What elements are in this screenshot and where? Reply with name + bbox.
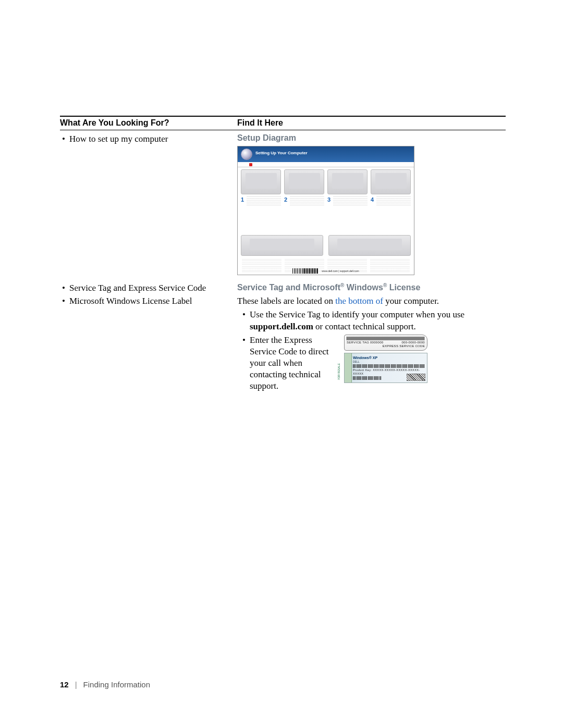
list-item: How to set up my computer (60, 133, 237, 145)
row2-right-bullets: Use the Service Tag to identify your com… (237, 309, 506, 392)
laptop-icon (371, 169, 411, 194)
row2-bullets: Service Tag and Express Service Code Mic… (60, 282, 237, 307)
service-tag-text: SERVICE TAG 0000000 (347, 341, 383, 345)
barcode-icon (292, 268, 319, 274)
row1-right: Setup Diagram Setting Up Your Computer 1 (237, 133, 506, 275)
row2-left: Service Tag and Express Service Code Mic… (60, 282, 237, 394)
laptop-open-icon (328, 235, 411, 256)
step-text-placeholder (333, 196, 368, 206)
row2-right: Service Tag and Microsoft® Windows® Lice… (237, 282, 506, 394)
service-tag-label: SERVICE TAG 0000000 000-0000-0000 EXPRES… (344, 335, 427, 351)
footer-divider: | (75, 680, 77, 689)
labels-location-text: These labels are located on the bottom o… (237, 295, 506, 307)
service-tag-heading: Service Tag and Microsoft® Windows® Lice… (237, 282, 506, 292)
barcode-icon (347, 337, 425, 340)
diagram-lower (238, 235, 414, 258)
list-item: Enter the Express Service Code to direct… (237, 335, 506, 392)
header-right: Find It Here (237, 118, 506, 128)
laptop-icon (241, 169, 281, 194)
step-number: 3 (327, 196, 332, 203)
diagram-caution-bar (238, 162, 414, 167)
rule-top (60, 116, 506, 117)
setup-diagram-heading: Setup Diagram (237, 133, 506, 143)
step-text-placeholder (290, 196, 324, 206)
labels-illustration: SERVICE TAG 0000000 000-0000-0000 EXPRES… (344, 335, 427, 384)
step-number: 4 (371, 196, 375, 203)
page-footer: 12 | Finding Information (60, 680, 150, 689)
header-left: What Are You Looking For? (60, 118, 237, 128)
laptop-icon (284, 169, 324, 194)
dell-logo-icon (241, 149, 252, 160)
list-item: Service Tag and Express Service Code (60, 282, 237, 294)
step-number: 1 (241, 196, 245, 203)
row1-bullets: How to set up my computer (60, 133, 237, 145)
support-url: support.dell.com (250, 322, 313, 331)
coa-side-text: FOR RESALE (337, 361, 366, 382)
express-code-label: EXPRESS SERVICE CODE (383, 344, 425, 349)
hologram-icon (407, 374, 425, 381)
table-header-row: What Are You Looking For? Find It Here (60, 118, 506, 130)
page-number: 12 (60, 680, 69, 689)
bottom-of-link[interactable]: the bottom of (335, 296, 383, 306)
list-item: Use the Service Tag to identify your com… (237, 309, 506, 332)
step-text-placeholder (376, 196, 411, 206)
express-code-text: Enter the Express Service Code to direct… (250, 335, 336, 392)
diagram-footer: www.dell.com | support.dell.com (238, 268, 414, 274)
diagram-title: Setting Up Your Computer (255, 151, 308, 155)
laptop-icon (327, 169, 368, 194)
step-text-placeholder (247, 196, 281, 206)
setup-diagram-illustration: Setting Up Your Computer 1 2 (237, 146, 414, 275)
diagram-title-band: Setting Up Your Computer (238, 146, 414, 162)
diagram-footer-url: www.dell.com | support.dell.com (322, 269, 359, 273)
table-row: How to set up my computer Setup Diagram … (60, 130, 506, 275)
express-code-number: 000-0000-0000 (401, 341, 425, 345)
row1-left: How to set up my computer (60, 133, 237, 275)
coa-title: Windows® XP (353, 355, 425, 360)
windows-coa-label: FOR RESALE Windows® XP DELL Product Key:… (344, 353, 427, 383)
list-item: Microsoft Windows License Label (60, 295, 237, 307)
diagram-steps: 1 2 3 (238, 167, 414, 235)
footer-section: Finding Information (83, 680, 150, 689)
diagram-subtitle (255, 156, 308, 158)
step-number: 2 (284, 196, 288, 203)
laptop-ports-icon (241, 235, 323, 256)
table-row: Service Tag and Express Service Code Mic… (60, 275, 506, 394)
